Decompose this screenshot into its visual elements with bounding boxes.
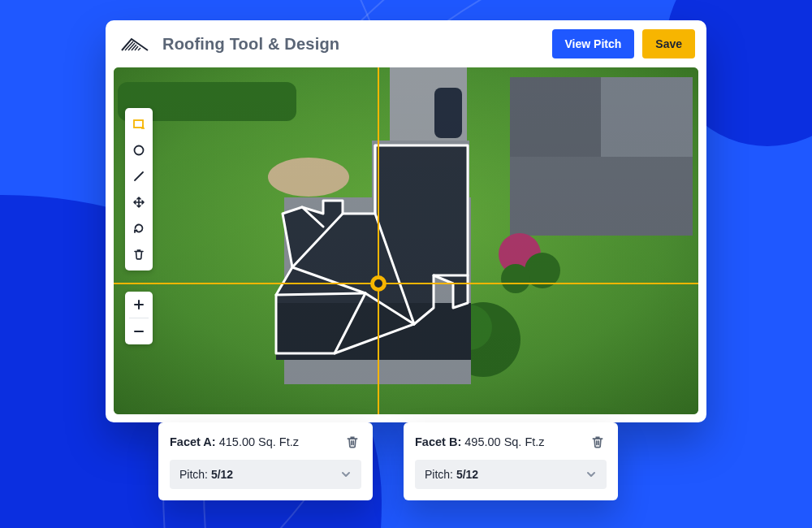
- trash-icon: [132, 248, 145, 261]
- circle-icon: [132, 144, 145, 157]
- tool-rotate[interactable]: [125, 215, 153, 241]
- facet-a-pitch-select[interactable]: Pitch: 5/12: [170, 460, 361, 489]
- plus-icon: [133, 299, 145, 310]
- facet-b-delete-button[interactable]: [589, 433, 607, 451]
- pitch-label: Pitch:: [179, 468, 208, 481]
- svg-line-31: [135, 172, 143, 180]
- tool-line[interactable]: [125, 163, 153, 189]
- svg-rect-24: [114, 67, 698, 414]
- svg-line-3: [135, 46, 138, 50]
- tool-rectangle[interactable]: [125, 111, 153, 137]
- facet-b-pitch-select[interactable]: Pitch: 5/12: [415, 460, 607, 489]
- facet-cards: Facet A: 415.00 Sq. Ft.z Pitch: 5/12 Fac…: [158, 422, 618, 500]
- zoom-controls: [125, 292, 153, 344]
- save-button[interactable]: Save: [642, 29, 695, 58]
- trash-icon: [345, 435, 360, 449]
- logo-roof-icon: [120, 34, 149, 54]
- rotate-icon: [132, 222, 145, 235]
- line-icon: [132, 170, 145, 183]
- zoom-in-button[interactable]: [125, 292, 153, 318]
- facet-a-value: 415.00 Sq. Ft.z: [219, 435, 299, 448]
- facet-a-label: Facet A:: [170, 435, 216, 448]
- aerial-map: [114, 67, 698, 414]
- design-canvas[interactable]: [114, 67, 698, 414]
- svg-line-1: [128, 43, 135, 50]
- svg-point-30: [135, 146, 144, 155]
- pitch-value: 5/12: [456, 468, 478, 481]
- app-header: Roofing Tool & Design View Pitch Save: [106, 20, 706, 67]
- chevron-down-icon: [340, 469, 352, 480]
- minus-icon: [133, 326, 145, 337]
- facet-a-delete-button[interactable]: [343, 433, 361, 451]
- facet-card-b: Facet B: 495.00 Sq. Ft.z Pitch: 5/12: [404, 422, 618, 500]
- pitch-value: 5/12: [211, 468, 233, 481]
- facet-b-title: Facet B: 495.00 Sq. Ft.z: [415, 435, 545, 448]
- trash-icon: [590, 435, 605, 449]
- facet-a-title: Facet A: 415.00 Sq. Ft.z: [170, 435, 299, 448]
- app-panel: Roofing Tool & Design View Pitch Save: [106, 20, 706, 422]
- tool-move[interactable]: [125, 189, 153, 215]
- draw-toolbar: [125, 108, 153, 270]
- svg-line-4: [138, 48, 140, 50]
- svg-rect-29: [134, 120, 143, 128]
- view-pitch-button[interactable]: View Pitch: [552, 29, 635, 58]
- facet-b-label: Facet B:: [415, 435, 461, 448]
- zoom-out-button[interactable]: [125, 318, 153, 344]
- facet-b-value: 495.00 Sq. Ft.z: [464, 435, 544, 448]
- rectangle-icon: [132, 118, 145, 131]
- app-title: Roofing Tool & Design: [162, 35, 339, 54]
- tool-delete[interactable]: [125, 241, 153, 267]
- facet-card-a: Facet A: 415.00 Sq. Ft.z Pitch: 5/12: [158, 422, 373, 500]
- chevron-down-icon: [585, 469, 597, 480]
- pitch-label: Pitch:: [425, 468, 453, 481]
- tool-circle[interactable]: [125, 137, 153, 163]
- move-icon: [132, 196, 145, 209]
